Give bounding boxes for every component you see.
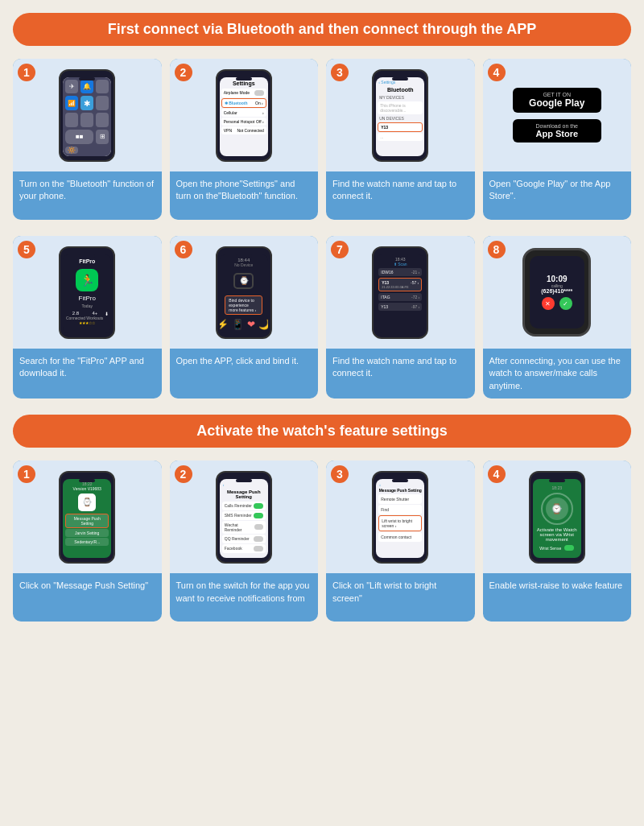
step-7-card: 7 18:43 ⬆ Scan IDW16-21 › bbox=[326, 236, 475, 399]
step-1-number: 1 bbox=[18, 64, 35, 81]
step-3-label: Find the watch name and tap to connect i… bbox=[326, 171, 475, 220]
step-b1-label: Click on "Message Push Setting" bbox=[13, 573, 162, 622]
step-3-number: 3 bbox=[331, 64, 349, 81]
reject-call-btn: ✕ bbox=[542, 297, 555, 310]
phone-mock-3: ‹ Settings Bluetooth MY DEVICES This iPh… bbox=[372, 69, 428, 162]
phone-mock-2: Settings Airplane Mode ✱ Bluetooth On › … bbox=[216, 69, 272, 162]
step-5-label: Search for the "FitPro" APP and download… bbox=[13, 349, 162, 397]
step-b1-number: 1 bbox=[18, 465, 35, 483]
phone-mock-5: FitPro 🏃 FitPro Today 2.8Connected 4+Wor… bbox=[59, 246, 115, 339]
google-play-btn[interactable]: GET IT ON Google Play bbox=[513, 88, 601, 113]
step-b3-label: Click on "Lift wrist to bright screen" bbox=[326, 573, 475, 622]
step-3-card: 3 ‹ Settings Bluetooth MY DEVICES This i… bbox=[326, 59, 475, 220]
app-store-btn[interactable]: Download on the App Store bbox=[513, 119, 601, 142]
step-b3-number: 3 bbox=[331, 465, 349, 483]
section2: Activate the watch's feature settings 1 … bbox=[13, 415, 631, 622]
step-b2-card: 2 ‹ Message Push Setting Calls Reminder bbox=[170, 460, 319, 622]
step-6-card: 6 18:44 No Device ⌚ Bind device to exper… bbox=[170, 236, 319, 399]
steps-row2: 5 FitPro 🏃 FitPro Today 2.8Connected 4+W… bbox=[13, 236, 631, 399]
step-5-image: FitPro 🏃 FitPro Today 2.8Connected 4+Wor… bbox=[13, 236, 162, 349]
step-2-label: Open the phone"Settings" and turn on the… bbox=[170, 171, 319, 220]
step-1-label: Turn on the "Bluetooth" function of your… bbox=[13, 171, 162, 220]
step-4-card: 4 GET IT ON Google Play Download on the … bbox=[483, 59, 632, 220]
steps-row3: 1 18:22 Version V19683 ⌚ Message Push Se… bbox=[13, 460, 631, 622]
step-b4-card: 4 18:23 ⌚ Activate the Watch screen via … bbox=[483, 460, 632, 622]
step-6-number: 6 bbox=[175, 241, 192, 258]
step-8-number: 8 bbox=[488, 241, 506, 258]
step-b2-label: Turn on the switch for the app you want … bbox=[170, 573, 319, 622]
step-4-label: Open "Google Play" or the App Store". bbox=[483, 171, 632, 220]
step-7-label: Find the watch name and tap to connect i… bbox=[326, 349, 475, 397]
phone-mock-b3: ‹ Message Push Setting Remote Shutter Fi… bbox=[372, 471, 428, 564]
step-5-number: 5 bbox=[18, 241, 35, 258]
phone-mock-1: ✈ 🔔 📶 ✱ ■■ ⊞ 🔆 bbox=[59, 69, 115, 162]
smartwatch-mock: 10:09 calling (626)410**** ✕ ✓ bbox=[522, 248, 591, 337]
section1: First connect via Bluetooth and then con… bbox=[13, 13, 631, 399]
step-8-card: 8 10:09 calling (626)410**** ✕ ✓ After c… bbox=[483, 236, 632, 399]
step-b3-card: 3 ‹ Message Push Setting Remote Shutter … bbox=[326, 460, 475, 622]
steps-row1: 1 ✈ 🔔 📶 ✱ bbox=[13, 59, 631, 220]
step-7-image: 18:43 ⬆ Scan IDW16-21 › Y13 21:22:33:00:… bbox=[326, 236, 475, 349]
accept-call-btn: ✓ bbox=[559, 297, 572, 310]
step-4-number: 4 bbox=[488, 64, 506, 81]
step-5-card: 5 FitPro 🏃 FitPro Today 2.8Connected 4+W… bbox=[13, 236, 162, 399]
phone-mock-7: 18:43 ⬆ Scan IDW16-21 › Y13 21:22:33:00:… bbox=[372, 246, 428, 339]
step-6-label: Open the APP, click and bind it. bbox=[170, 349, 319, 397]
step-b4-label: Enable wrist-raise to wake feature bbox=[483, 573, 632, 622]
phone-mock-b2: ‹ Message Push Setting Calls Reminder SM… bbox=[216, 471, 272, 564]
step-8-label: After connecting, you can use the watch … bbox=[483, 349, 632, 399]
step-b2-number: 2 bbox=[175, 465, 192, 483]
step-b1-image: 18:22 Version V19683 ⌚ Message Push Sett… bbox=[13, 460, 162, 573]
phone-mock-b1: 18:22 Version V19683 ⌚ Message Push Sett… bbox=[59, 471, 115, 564]
step-7-number: 7 bbox=[331, 241, 349, 258]
step-b4-number: 4 bbox=[488, 465, 506, 483]
step-b1-card: 1 18:22 Version V19683 ⌚ Message Push Se… bbox=[13, 460, 162, 622]
step-1-image: ✈ 🔔 📶 ✱ ■■ ⊞ 🔆 bbox=[13, 59, 162, 171]
section1-title: First connect via Bluetooth and then con… bbox=[13, 13, 631, 46]
fitpro-logo: 🏃 bbox=[76, 269, 98, 291]
step-2-card: 2 Settings Airplane Mode ✱ Bluetooth bbox=[170, 59, 319, 220]
step-b3-image: ‹ Message Push Setting Remote Shutter Fi… bbox=[326, 460, 475, 573]
phone-mock-6: 18:44 No Device ⌚ Bind device to experie… bbox=[216, 246, 272, 339]
phone-mock-b4: 18:23 ⌚ Activate the Watch screen via Wr… bbox=[529, 471, 585, 564]
section2-title: Activate the watch's feature settings bbox=[13, 415, 631, 448]
step-2-number: 2 bbox=[175, 64, 192, 81]
step-3-image: ‹ Settings Bluetooth MY DEVICES This iPh… bbox=[326, 59, 475, 171]
step-1-card: 1 ✈ 🔔 📶 ✱ bbox=[13, 59, 162, 220]
